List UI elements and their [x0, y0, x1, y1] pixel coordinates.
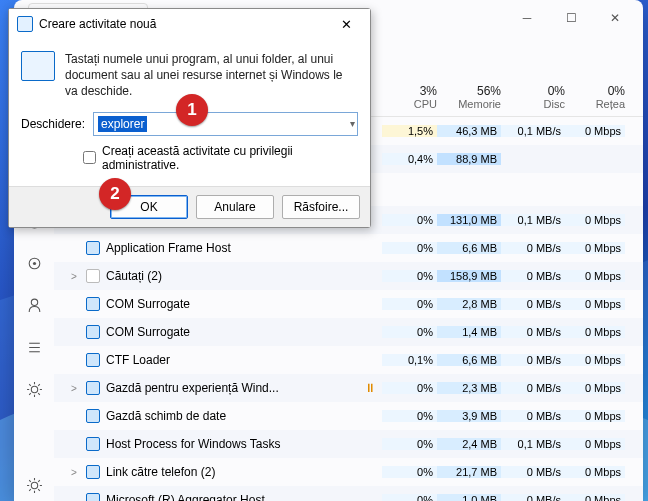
table-row[interactable]: COM Surrogate0%1,4 MB0 MB/s0 Mbps	[54, 318, 643, 346]
admin-checkbox[interactable]	[83, 151, 96, 164]
process-name: Gazdă pentru experiență Wind...	[106, 381, 279, 395]
process-icon	[86, 297, 100, 311]
annotation-marker-1: 1	[176, 94, 208, 126]
browse-button[interactable]: Răsfoire...	[282, 195, 360, 219]
process-icon	[86, 381, 100, 395]
process-icon	[86, 465, 100, 479]
process-name: COM Surrogate	[106, 325, 190, 339]
process-name: COM Surrogate	[106, 297, 190, 311]
process-icon	[86, 269, 100, 283]
sidebar-details[interactable]	[16, 331, 52, 363]
process-icon	[86, 437, 100, 451]
cancel-button[interactable]: Anulare	[196, 195, 274, 219]
open-label: Deschidere:	[21, 117, 85, 131]
table-row[interactable]: Application Frame Host0%6,6 MB0 MB/s0 Mb…	[54, 234, 643, 262]
expand-icon[interactable]: >	[68, 271, 80, 282]
svg-point-10	[31, 299, 37, 305]
process-icon	[86, 241, 100, 255]
sidebar-startup[interactable]	[16, 247, 52, 279]
process-icon	[86, 325, 100, 339]
annotation-marker-2: 2	[99, 178, 131, 210]
open-value: explorer	[98, 116, 147, 132]
dialog-close-button[interactable]: ✕	[328, 10, 364, 38]
admin-label: Creați această activitate cu privilegii …	[102, 144, 358, 172]
expand-icon[interactable]: >	[68, 467, 80, 478]
dropdown-icon[interactable]: ▾	[350, 118, 355, 129]
process-name: Gazdă schimb de date	[106, 409, 226, 423]
minimize-button[interactable]: ─	[505, 0, 549, 36]
process-name: Căutați (2)	[106, 269, 162, 283]
process-name: CTF Loader	[106, 353, 170, 367]
sidebar-services[interactable]	[16, 373, 52, 405]
table-row[interactable]: >Gazdă pentru experiență Wind...⏸0%2,3 M…	[54, 374, 643, 402]
process-name: Host Process for Windows Tasks	[106, 437, 281, 451]
table-row[interactable]: Host Process for Windows Tasks0%2,4 MB0,…	[54, 430, 643, 458]
close-button[interactable]: ✕	[593, 0, 637, 36]
table-row[interactable]: CTF Loader0,1%6,6 MB0 MB/s0 Mbps	[54, 346, 643, 374]
process-icon	[86, 493, 100, 501]
sidebar-users[interactable]	[16, 289, 52, 321]
col-disk[interactable]: 0%Disc	[501, 84, 565, 110]
maximize-button[interactable]: ☐	[549, 0, 593, 36]
sidebar-settings[interactable]	[16, 469, 52, 501]
col-mem[interactable]: 56%Memorie	[437, 84, 501, 110]
table-row[interactable]: Gazdă schimb de date0%3,9 MB0 MB/s0 Mbps	[54, 402, 643, 430]
table-row[interactable]: Microsoft (R) Aggregator Host0%1,0 MB0 M…	[54, 486, 643, 501]
table-row[interactable]: COM Surrogate0%2,8 MB0 MB/s0 Mbps	[54, 290, 643, 318]
svg-point-14	[31, 386, 37, 392]
dialog-titlebar[interactable]: Creare activitate nouă ✕	[9, 9, 370, 39]
svg-point-15	[31, 482, 37, 488]
process-name: Application Frame Host	[106, 241, 231, 255]
expand-icon[interactable]: >	[68, 383, 80, 394]
process-name: Link către telefon (2)	[106, 465, 215, 479]
dialog-title: Creare activitate nouă	[39, 17, 328, 31]
dialog-message: Tastați numele unui program, al unui fol…	[65, 51, 358, 100]
open-combobox[interactable]: explorer ▾	[93, 112, 358, 136]
process-name: Microsoft (R) Aggregator Host	[106, 493, 265, 501]
dialog-title-icon	[17, 16, 33, 32]
col-net[interactable]: 0%Rețea	[565, 84, 625, 110]
table-row[interactable]: >Link către telefon (2)0%21,7 MB0 MB/s0 …	[54, 458, 643, 486]
process-icon	[86, 353, 100, 367]
process-icon	[86, 409, 100, 423]
col-cpu[interactable]: 3%CPU	[382, 84, 437, 110]
svg-point-9	[32, 261, 35, 264]
pause-icon: ⏸	[364, 381, 376, 395]
table-row[interactable]: >Căutați (2)0%158,9 MB0 MB/s0 Mbps	[54, 262, 643, 290]
dialog-icon	[21, 51, 55, 81]
